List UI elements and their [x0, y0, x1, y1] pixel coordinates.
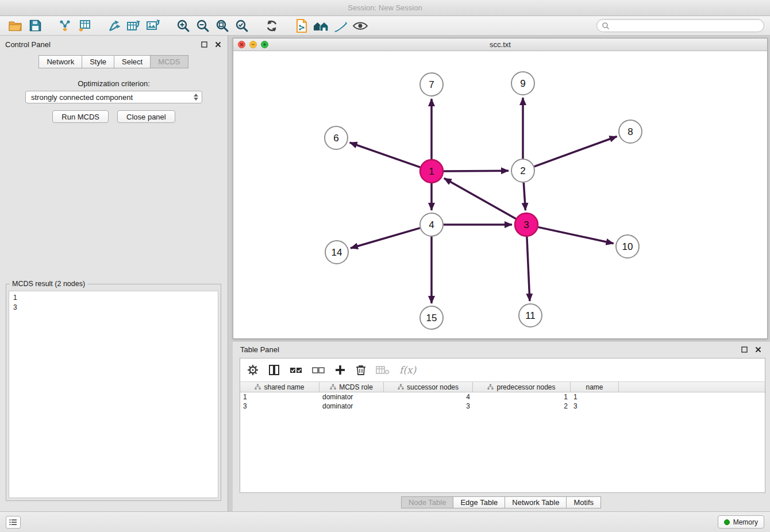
zoom-window-icon[interactable]: [261, 41, 268, 48]
mcds-result-list[interactable]: 1 3: [9, 291, 218, 498]
network-canvas[interactable]: 1234678910111415: [233, 51, 767, 338]
run-mcds-button[interactable]: Run MCDS: [52, 110, 109, 123]
graph-node-label: 6: [333, 133, 338, 144]
cell-name[interactable]: 3: [571, 402, 619, 410]
network-graph: 1234678910111415: [233, 51, 767, 338]
show-graphics-button[interactable]: [351, 18, 370, 34]
cell-successor-nodes[interactable]: 3: [384, 402, 473, 410]
graph-edge-1-2[interactable]: [444, 171, 509, 171]
control-panel-title: Control Panel: [5, 40, 51, 49]
trash-icon[interactable]: [356, 364, 366, 376]
cell-successor-nodes[interactable]: 4: [384, 393, 473, 401]
graph-node-label: 3: [523, 219, 529, 230]
document-share-icon: [295, 18, 309, 33]
zoom-in-button[interactable]: [174, 18, 193, 34]
new-network-button[interactable]: [105, 18, 124, 34]
column-header-shared-name[interactable]: shared name: [240, 382, 319, 392]
criterion-dropdown-value: strongly connected component: [31, 93, 192, 102]
import-network-file-icon: [58, 19, 72, 33]
tab-network-table[interactable]: Network Table: [505, 496, 567, 508]
cell-mcds-role[interactable]: dominator: [319, 393, 384, 401]
tab-style[interactable]: Style: [82, 55, 114, 68]
import-network-file-button[interactable]: [55, 18, 75, 34]
graph-edge-3-1[interactable]: [444, 178, 516, 218]
eye-icon: [353, 21, 368, 31]
function-builder-icon: f(x): [399, 364, 416, 376]
gear-icon[interactable]: [247, 364, 259, 376]
close-panel-button[interactable]: Close panel: [117, 110, 175, 123]
float-panel-button[interactable]: [199, 40, 209, 49]
table-row[interactable]: 3 dominator 3 2 3: [240, 402, 765, 411]
save-session-button[interactable]: [25, 18, 45, 34]
column-header-mcds-role[interactable]: MCDS role: [319, 382, 384, 392]
graph-node-label: 14: [332, 247, 342, 258]
style-brush-icon: [333, 20, 348, 32]
graph-node-label: 8: [627, 126, 633, 137]
column-header-predecessor-nodes[interactable]: predecessor nodes: [473, 382, 571, 392]
criterion-dropdown[interactable]: strongly connected component: [25, 91, 202, 103]
tab-motifs[interactable]: Motifs: [566, 496, 601, 508]
list-icon: [9, 519, 17, 526]
zoom-selected-button[interactable]: [232, 18, 252, 34]
close-window-icon[interactable]: [238, 41, 245, 48]
minimize-window-icon[interactable]: [249, 41, 257, 48]
network-from-table-button[interactable]: [124, 18, 144, 34]
tab-network[interactable]: Network: [38, 55, 82, 68]
graph-node-label: 1: [429, 166, 434, 177]
columns-icon[interactable]: [268, 364, 280, 376]
table-row[interactable]: 1 dominator 4 1 1: [240, 392, 765, 402]
graph-edge-3-11[interactable]: [527, 237, 530, 301]
tab-edge-table[interactable]: Edge Table: [453, 496, 505, 508]
apply-layout-button[interactable]: [292, 18, 311, 34]
table-toolbar: f(x): [240, 358, 765, 381]
save-icon: [29, 20, 41, 32]
cell-shared-name[interactable]: 3: [240, 402, 319, 410]
cell-name[interactable]: 1: [571, 393, 619, 401]
cell-mcds-role[interactable]: dominator: [319, 402, 384, 410]
add-icon[interactable]: [334, 364, 346, 376]
search-box[interactable]: [596, 19, 764, 32]
open-session-button[interactable]: [6, 18, 25, 34]
overview-button[interactable]: [311, 18, 331, 34]
table-tabs: Node Table Edge Table Network Table Moti…: [233, 496, 770, 508]
zoom-fit-button[interactable]: [213, 18, 232, 34]
import-table-file-button[interactable]: [75, 18, 94, 34]
control-panel-header: Control Panel: [0, 36, 228, 53]
tab-mcds[interactable]: MCDS: [150, 55, 188, 68]
refresh-button[interactable]: [262, 18, 282, 34]
main-toolbar: [0, 16, 770, 36]
close-panel-icon-button[interactable]: [213, 40, 222, 49]
window-title: Session: New Session: [348, 3, 422, 12]
traffic-lights: [238, 41, 268, 48]
graph-edge-2-8[interactable]: [534, 137, 617, 167]
network-window-titlebar[interactable]: scc.txt: [233, 38, 767, 51]
cell-predecessor-nodes[interactable]: 1: [473, 393, 571, 401]
export-image-button[interactable]: [144, 18, 163, 34]
status-bar: Memory: [0, 511, 770, 532]
tree-icon: [398, 384, 404, 390]
zoom-out-button[interactable]: [193, 18, 213, 34]
column-header-name[interactable]: name: [571, 382, 619, 392]
column-header-successor-nodes[interactable]: successor nodes: [384, 382, 473, 392]
memory-button[interactable]: Memory: [718, 515, 764, 529]
search-icon: [602, 22, 610, 30]
cell-shared-name[interactable]: 1: [240, 393, 319, 401]
dropdown-stepper-icon: [192, 92, 199, 102]
main-area: Control Panel Network Style Select MCDS …: [0, 36, 770, 511]
close-table-panel-button[interactable]: [753, 345, 763, 354]
tab-node-table[interactable]: Node Table: [401, 496, 454, 508]
style-button[interactable]: [331, 18, 351, 34]
graph-edge-4-14[interactable]: [351, 228, 420, 248]
graph-edge-3-10[interactable]: [538, 227, 614, 243]
network-branch-icon: [107, 19, 121, 33]
graph-edge-2-3[interactable]: [523, 183, 525, 210]
select-all-icon[interactable]: [290, 365, 302, 375]
task-history-button[interactable]: [6, 516, 21, 529]
graph-edge-1-6[interactable]: [350, 142, 421, 167]
tab-select[interactable]: Select: [114, 55, 151, 68]
deselect-all-icon[interactable]: [312, 365, 325, 375]
cell-predecessor-nodes[interactable]: 2: [473, 402, 571, 410]
graph-node-label: 10: [622, 241, 633, 252]
float-table-panel-button[interactable]: [740, 345, 749, 354]
search-input[interactable]: [613, 22, 759, 30]
